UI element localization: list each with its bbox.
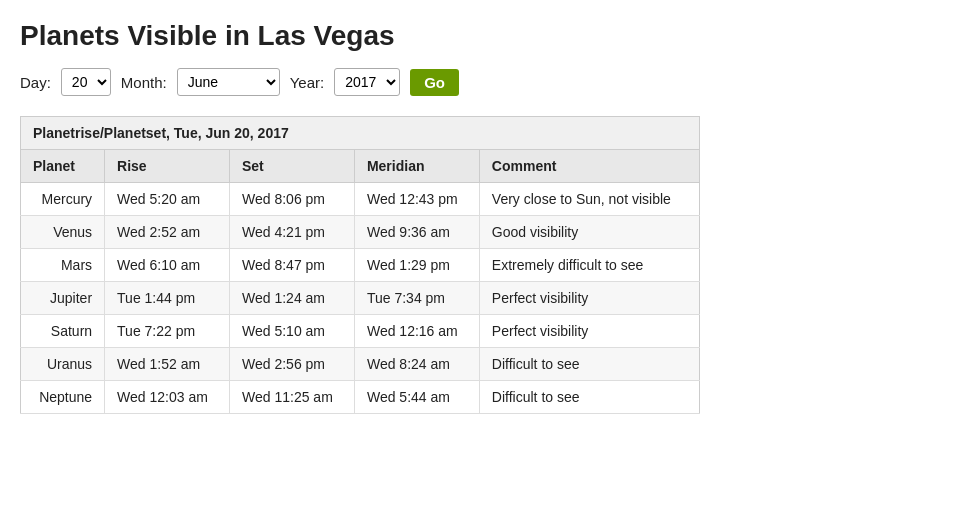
cell-comment: Difficult to see bbox=[479, 381, 699, 414]
cell-meridian: Wed 9:36 am bbox=[354, 216, 479, 249]
cell-set: Wed 8:47 pm bbox=[230, 249, 355, 282]
cell-meridian: Wed 5:44 am bbox=[354, 381, 479, 414]
col-header-rise: Rise bbox=[105, 150, 230, 183]
cell-planet: Venus bbox=[21, 216, 105, 249]
cell-rise: Wed 12:03 am bbox=[105, 381, 230, 414]
cell-rise: Wed 5:20 am bbox=[105, 183, 230, 216]
cell-comment: Good visibility bbox=[479, 216, 699, 249]
day-label: Day: bbox=[20, 74, 51, 91]
month-select[interactable]: JanuaryFebruaryMarchAprilMayJuneJulyAugu… bbox=[177, 68, 280, 96]
cell-meridian: Wed 1:29 pm bbox=[354, 249, 479, 282]
month-label: Month: bbox=[121, 74, 167, 91]
cell-comment: Extremely difficult to see bbox=[479, 249, 699, 282]
cell-rise: Wed 1:52 am bbox=[105, 348, 230, 381]
table-row: UranusWed 1:52 amWed 2:56 pmWed 8:24 amD… bbox=[21, 348, 700, 381]
cell-planet: Neptune bbox=[21, 381, 105, 414]
table-row: JupiterTue 1:44 pmWed 1:24 amTue 7:34 pm… bbox=[21, 282, 700, 315]
cell-rise: Tue 1:44 pm bbox=[105, 282, 230, 315]
table-section-title: Planetrise/Planetset, Tue, Jun 20, 2017 bbox=[21, 117, 700, 150]
cell-planet: Mercury bbox=[21, 183, 105, 216]
col-header-meridian: Meridian bbox=[354, 150, 479, 183]
cell-rise: Wed 2:52 am bbox=[105, 216, 230, 249]
table-row: NeptuneWed 12:03 amWed 11:25 amWed 5:44 … bbox=[21, 381, 700, 414]
table-body: MercuryWed 5:20 amWed 8:06 pmWed 12:43 p… bbox=[21, 183, 700, 414]
cell-meridian: Wed 12:16 am bbox=[354, 315, 479, 348]
cell-set: Wed 2:56 pm bbox=[230, 348, 355, 381]
cell-planet: Uranus bbox=[21, 348, 105, 381]
cell-set: Wed 1:24 am bbox=[230, 282, 355, 315]
cell-comment: Very close to Sun, not visible bbox=[479, 183, 699, 216]
planets-table: Planetrise/Planetset, Tue, Jun 20, 2017 … bbox=[20, 116, 700, 414]
table-row: MercuryWed 5:20 amWed 8:06 pmWed 12:43 p… bbox=[21, 183, 700, 216]
cell-set: Wed 4:21 pm bbox=[230, 216, 355, 249]
cell-set: Wed 5:10 am bbox=[230, 315, 355, 348]
col-header-set: Set bbox=[230, 150, 355, 183]
cell-planet: Jupiter bbox=[21, 282, 105, 315]
table-row: VenusWed 2:52 amWed 4:21 pmWed 9:36 amGo… bbox=[21, 216, 700, 249]
go-button[interactable]: Go bbox=[410, 69, 459, 96]
cell-comment: Perfect visibility bbox=[479, 315, 699, 348]
controls-bar: Day: 12345678910111213141516171819202122… bbox=[20, 68, 955, 96]
cell-meridian: Wed 12:43 pm bbox=[354, 183, 479, 216]
cell-planet: Saturn bbox=[21, 315, 105, 348]
cell-set: Wed 11:25 am bbox=[230, 381, 355, 414]
cell-rise: Tue 7:22 pm bbox=[105, 315, 230, 348]
table-header-row: PlanetRiseSetMeridianComment bbox=[21, 150, 700, 183]
year-label: Year: bbox=[290, 74, 324, 91]
cell-comment: Perfect visibility bbox=[479, 282, 699, 315]
year-select[interactable]: 201520162017201820192020 bbox=[334, 68, 400, 96]
cell-rise: Wed 6:10 am bbox=[105, 249, 230, 282]
cell-comment: Difficult to see bbox=[479, 348, 699, 381]
day-select[interactable]: 1234567891011121314151617181920212223242… bbox=[61, 68, 111, 96]
col-header-planet: Planet bbox=[21, 150, 105, 183]
cell-meridian: Wed 8:24 am bbox=[354, 348, 479, 381]
table-row: MarsWed 6:10 amWed 8:47 pmWed 1:29 pmExt… bbox=[21, 249, 700, 282]
cell-set: Wed 8:06 pm bbox=[230, 183, 355, 216]
col-header-comment: Comment bbox=[479, 150, 699, 183]
page-title: Planets Visible in Las Vegas bbox=[20, 20, 955, 52]
cell-planet: Mars bbox=[21, 249, 105, 282]
table-row: SaturnTue 7:22 pmWed 5:10 amWed 12:16 am… bbox=[21, 315, 700, 348]
cell-meridian: Tue 7:34 pm bbox=[354, 282, 479, 315]
